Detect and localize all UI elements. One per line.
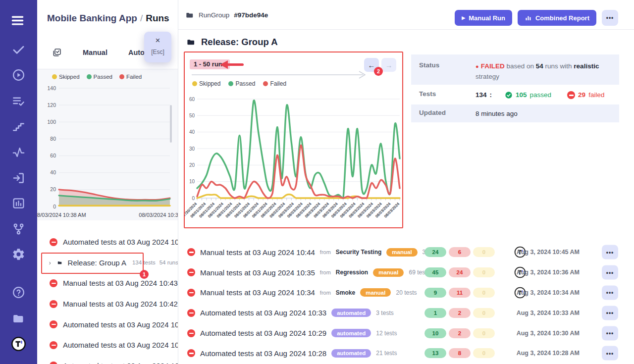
run-row[interactable]: Manual tests at 03 Aug 2024 10:34fromSmo… xyxy=(183,283,619,303)
folder-icon[interactable] xyxy=(12,312,25,325)
svg-text:10: 10 xyxy=(189,179,195,184)
help-circle-icon[interactable] xyxy=(12,286,25,299)
close-icon[interactable]: × xyxy=(156,36,160,45)
run-menu-button[interactable]: ••• xyxy=(602,346,618,361)
folder-icon xyxy=(57,259,62,267)
run-row-main: Manual tests at 03 Aug 2024 10:34fromSmo… xyxy=(187,283,417,303)
run-title: Release: Group A xyxy=(68,259,126,267)
play-circle-icon[interactable] xyxy=(12,68,25,82)
skipped-count-pill: 0 xyxy=(473,247,495,257)
failed-status-icon xyxy=(187,268,195,276)
run-menu-button[interactable]: ••• xyxy=(602,326,618,340)
panel-run-item[interactable]: Automated tests at 03 Aug 2024 10 xyxy=(37,232,178,253)
svg-text:0: 0 xyxy=(53,204,56,209)
svg-text:20: 20 xyxy=(50,186,56,192)
run-title: Manual tests at 03 Aug 2024 10:34 xyxy=(200,288,315,297)
list-check-icon[interactable] xyxy=(12,95,25,108)
run-title: Manual tests at 03 Aug 2024 10:35 xyxy=(200,268,315,277)
legend-item: Passed xyxy=(87,74,112,80)
steps-icon[interactable] xyxy=(12,120,25,134)
tab-manual[interactable]: Manual xyxy=(83,49,107,56)
git-branch-icon[interactable] xyxy=(12,222,25,236)
svg-text:08/03/2024 10:39: 08/03/2024 10:39 xyxy=(139,212,178,218)
panel-run-item[interactable]: Manual tests at 03 Aug 2024 10:42 xyxy=(37,294,178,314)
breadcrumb-project[interactable]: Mobile Banking App xyxy=(47,13,137,23)
run-timestamp: Aug 3, 2024 10:30 AM xyxy=(517,330,580,337)
svg-text:100: 100 xyxy=(47,119,56,125)
passed-check-icon xyxy=(505,91,513,99)
run-row-main: Manual tests at 03 Aug 2024 10:44fromSec… xyxy=(187,242,443,262)
more-menu-button[interactable]: ••• xyxy=(602,10,618,26)
status-label: Status xyxy=(419,61,476,69)
panel-scrollbar[interactable] xyxy=(170,105,172,143)
run-row[interactable]: Manual tests at 03 Aug 2024 10:44fromSec… xyxy=(183,242,619,262)
chart-legend: SkippedPassedFailed xyxy=(192,80,286,87)
run-timestamp: Aug 3, 2024 10:45 AM xyxy=(517,249,580,256)
run-row-main: Automated tests at 03 Aug 2024 10:29auto… xyxy=(187,323,397,343)
panel-run-item[interactable]: Automated tests at 03 Aug 2024 10 xyxy=(37,314,178,335)
legend-label: Passed xyxy=(94,74,112,80)
panel-run-item[interactable]: Automated tests at 03 Aug 2024 10 xyxy=(37,356,178,364)
passed-count-pill: 9 xyxy=(424,288,446,298)
failed-count-pill: 11 xyxy=(449,288,471,298)
run-source: Security Testing xyxy=(336,249,381,256)
panel-run-item[interactable]: Manual tests at 03 Aug 2024 10:43 xyxy=(37,273,178,294)
bar-chart-icon[interactable] xyxy=(12,197,25,210)
pager-next-button[interactable]: → xyxy=(381,58,396,72)
run-type-badge: automated xyxy=(331,349,371,358)
run-from-label: from xyxy=(320,249,331,255)
mini-chart-svg: 14012010080604020008/03/2024 10:38 AM08/… xyxy=(37,69,178,220)
panel-run-folder[interactable]: Release: Group A134 tests54 runs xyxy=(37,253,178,273)
legend-item: Passed xyxy=(228,80,255,87)
status-value: ●FAILED based on 54 runs with realistic … xyxy=(476,61,611,82)
run-menu-button[interactable]: ••• xyxy=(602,265,618,280)
esc-label: [Esc] xyxy=(151,49,164,55)
skipped-count-pill: 0 xyxy=(473,348,495,358)
activity-icon[interactable] xyxy=(12,146,25,159)
run-row-main: Automated tests at 03 Aug 2024 10:33auto… xyxy=(187,303,394,323)
app-logo[interactable] xyxy=(11,336,26,352)
run-row[interactable]: Automated tests at 03 Aug 2024 10:29auto… xyxy=(183,323,619,343)
manual-run-button[interactable]: ▶Manual Run xyxy=(455,10,512,26)
run-tests-count: 21 tests xyxy=(376,350,397,357)
legend-dot-icon xyxy=(228,81,233,86)
svg-text:0: 0 xyxy=(192,196,195,201)
updated-value: 8 minutes ago xyxy=(476,109,611,119)
combined-report-button[interactable]: Combined Report xyxy=(518,10,596,26)
run-menu-button[interactable]: ••• xyxy=(602,306,618,320)
check-icon[interactable] xyxy=(12,43,25,56)
run-row-main: Manual tests at 03 Aug 2024 10:35fromReg… xyxy=(187,262,430,283)
run-timestamp: Aug 3, 2024 10:33 AM xyxy=(517,310,580,316)
menu-icon[interactable] xyxy=(11,14,24,27)
gear-icon[interactable] xyxy=(12,248,25,261)
select-runs-icon[interactable] xyxy=(52,48,62,57)
run-tests-count: 20 tests xyxy=(396,289,417,296)
chevron-right-icon[interactable] xyxy=(48,260,52,266)
chart-legend: SkippedPassedFailed xyxy=(52,74,142,80)
run-row[interactable]: Manual tests at 03 Aug 2024 10:35fromReg… xyxy=(183,262,619,283)
run-title: Automated tests at 03 Aug 2024 10:28 xyxy=(200,349,326,358)
breadcrumb: Mobile Banking App/Runs xyxy=(47,13,169,24)
run-menu-button[interactable]: ••• xyxy=(602,245,618,260)
run-row[interactable]: Automated tests at 03 Aug 2024 10:28auto… xyxy=(183,343,619,364)
run-type-badge: manual xyxy=(373,268,404,277)
failed-status-icon xyxy=(50,300,57,308)
run-row[interactable]: Automated tests at 03 Aug 2024 10:33auto… xyxy=(183,303,619,323)
svg-text:40: 40 xyxy=(189,129,195,135)
play-icon: ▶ xyxy=(462,15,465,20)
tests-value: 134: 105passed 29failed xyxy=(476,90,611,101)
folder-icon xyxy=(186,11,194,19)
legend-dot-icon xyxy=(192,81,197,86)
run-menu-button[interactable]: ••• xyxy=(602,285,618,300)
sign-in-icon[interactable] xyxy=(12,171,25,185)
run-type-badge: manual xyxy=(386,248,417,257)
skipped-count-pill: 0 xyxy=(473,288,495,298)
runs-trend-chart: 14012010080604020008/03/2024 10:38 AM08/… xyxy=(37,69,178,220)
failed-status-icon xyxy=(187,248,195,256)
failed-count-pill: 8 xyxy=(449,348,471,358)
svg-text:20: 20 xyxy=(189,162,195,168)
failed-dot-icon: ● xyxy=(476,63,479,69)
panel-run-item[interactable]: Automated tests at 03 Aug 2024 10 xyxy=(37,335,178,356)
run-title: Automated tests at 03 Aug 2024 10 xyxy=(63,341,178,349)
sidebar xyxy=(0,0,37,364)
